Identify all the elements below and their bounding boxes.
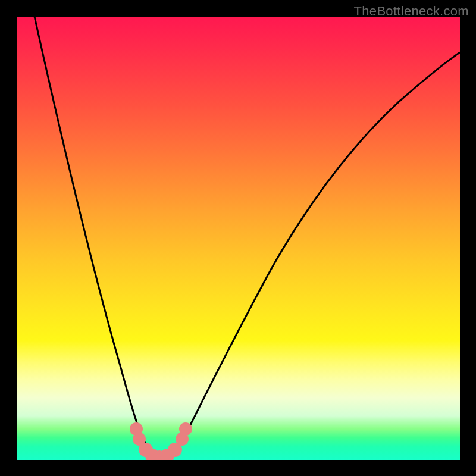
chart-svg: [17, 17, 460, 460]
bottleneck-curve-line: [35, 17, 460, 458]
watermark-label: TheBottleneck.com: [354, 4, 469, 19]
chart-plot-area: [17, 17, 460, 460]
marker-group: [130, 422, 192, 460]
svg-point-8: [179, 422, 192, 436]
